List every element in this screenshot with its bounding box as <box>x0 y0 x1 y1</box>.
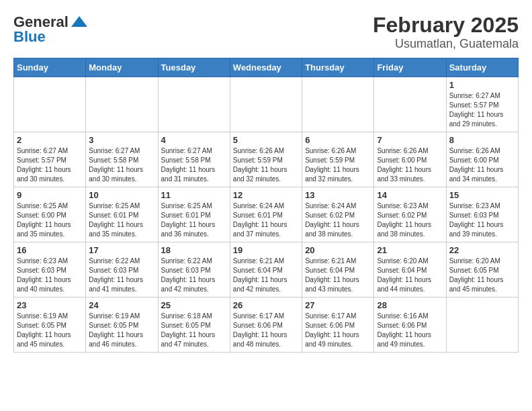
calendar-cell: 13Sunrise: 6:24 AM Sunset: 6:02 PM Dayli… <box>302 187 374 242</box>
day-number: 10 <box>89 190 154 200</box>
calendar-cell <box>446 298 518 353</box>
day-info: Sunrise: 6:21 AM Sunset: 6:04 PM Dayligh… <box>305 257 371 294</box>
calendar-cell: 10Sunrise: 6:25 AM Sunset: 6:01 PM Dayli… <box>86 187 158 242</box>
day-info: Sunrise: 6:23 AM Sunset: 6:03 PM Dayligh… <box>449 201 515 239</box>
day-info: Sunrise: 6:24 AM Sunset: 6:01 PM Dayligh… <box>233 201 299 239</box>
calendar-cell <box>86 77 158 132</box>
day-info: Sunrise: 6:24 AM Sunset: 6:02 PM Dayligh… <box>305 201 371 239</box>
calendar-cell: 27Sunrise: 6:17 AM Sunset: 6:06 PM Dayli… <box>302 298 374 353</box>
page-header: General Blue February 2025 Usumatlan, Gu… <box>13 13 519 51</box>
day-info: Sunrise: 6:18 AM Sunset: 6:05 PM Dayligh… <box>161 312 227 349</box>
day-info: Sunrise: 6:26 AM Sunset: 5:59 PM Dayligh… <box>305 146 371 184</box>
day-info: Sunrise: 6:26 AM Sunset: 6:00 PM Dayligh… <box>377 146 443 184</box>
calendar-cell: 2Sunrise: 6:27 AM Sunset: 5:57 PM Daylig… <box>14 132 86 187</box>
day-number: 1 <box>449 80 515 90</box>
calendar-week-row: 16Sunrise: 6:23 AM Sunset: 6:03 PM Dayli… <box>14 242 519 298</box>
calendar-week-row: 23Sunrise: 6:19 AM Sunset: 6:05 PM Dayli… <box>14 298 519 353</box>
calendar-cell: 22Sunrise: 6:20 AM Sunset: 6:05 PM Dayli… <box>446 242 518 298</box>
calendar-week-row: 2Sunrise: 6:27 AM Sunset: 5:57 PM Daylig… <box>14 132 519 187</box>
day-info: Sunrise: 6:27 AM Sunset: 5:58 PM Dayligh… <box>161 146 227 184</box>
day-info: Sunrise: 6:26 AM Sunset: 6:00 PM Dayligh… <box>449 146 515 184</box>
day-info: Sunrise: 6:27 AM Sunset: 5:57 PM Dayligh… <box>449 91 515 129</box>
calendar-cell: 23Sunrise: 6:19 AM Sunset: 6:05 PM Dayli… <box>14 298 86 353</box>
calendar-cell <box>230 77 302 132</box>
day-info: Sunrise: 6:25 AM Sunset: 6:01 PM Dayligh… <box>89 201 154 239</box>
calendar-cell: 21Sunrise: 6:20 AM Sunset: 6:04 PM Dayli… <box>374 242 446 298</box>
day-number: 27 <box>305 300 371 310</box>
calendar-cell: 7Sunrise: 6:26 AM Sunset: 6:00 PM Daylig… <box>374 132 446 187</box>
day-number: 6 <box>305 135 371 145</box>
weekday-header: Sunday <box>14 58 86 77</box>
calendar-cell <box>158 77 230 132</box>
day-number: 24 <box>89 300 154 310</box>
calendar-cell: 12Sunrise: 6:24 AM Sunset: 6:01 PM Dayli… <box>230 187 302 242</box>
day-info: Sunrise: 6:25 AM Sunset: 6:01 PM Dayligh… <box>161 201 227 239</box>
day-info: Sunrise: 6:27 AM Sunset: 5:58 PM Dayligh… <box>89 146 154 184</box>
calendar-title: February 2025 <box>373 13 519 37</box>
day-info: Sunrise: 6:20 AM Sunset: 6:04 PM Dayligh… <box>377 257 443 294</box>
calendar-cell <box>302 77 374 132</box>
day-number: 4 <box>161 135 227 145</box>
logo: General Blue <box>13 13 89 46</box>
day-info: Sunrise: 6:20 AM Sunset: 6:05 PM Dayligh… <box>449 257 515 294</box>
day-number: 5 <box>233 135 299 145</box>
calendar-cell: 11Sunrise: 6:25 AM Sunset: 6:01 PM Dayli… <box>158 187 230 242</box>
day-number: 2 <box>17 135 83 145</box>
day-number: 9 <box>17 190 83 200</box>
day-number: 18 <box>161 245 227 255</box>
day-info: Sunrise: 6:23 AM Sunset: 6:02 PM Dayligh… <box>377 201 443 239</box>
day-info: Sunrise: 6:16 AM Sunset: 6:06 PM Dayligh… <box>377 312 443 349</box>
day-number: 8 <box>449 135 515 145</box>
calendar-week-row: 9Sunrise: 6:25 AM Sunset: 6:00 PM Daylig… <box>14 187 519 242</box>
day-number: 28 <box>377 300 443 310</box>
day-number: 7 <box>377 135 443 145</box>
calendar-subtitle: Usumatlan, Guatemala <box>373 37 519 51</box>
calendar-cell: 18Sunrise: 6:22 AM Sunset: 6:03 PM Dayli… <box>158 242 230 298</box>
day-number: 26 <box>233 300 299 310</box>
day-info: Sunrise: 6:25 AM Sunset: 6:00 PM Dayligh… <box>17 201 83 239</box>
weekday-header: Tuesday <box>158 58 230 77</box>
day-number: 19 <box>233 245 299 255</box>
logo-icon <box>70 15 89 30</box>
day-number: 11 <box>161 190 227 200</box>
day-number: 14 <box>377 190 443 200</box>
calendar-cell: 3Sunrise: 6:27 AM Sunset: 5:58 PM Daylig… <box>86 132 158 187</box>
calendar-cell: 16Sunrise: 6:23 AM Sunset: 6:03 PM Dayli… <box>14 242 86 298</box>
day-number: 22 <box>449 245 515 255</box>
weekday-header: Thursday <box>302 58 374 77</box>
day-number: 20 <box>305 245 371 255</box>
day-number: 3 <box>89 135 154 145</box>
calendar-table: SundayMondayTuesdayWednesdayThursdayFrid… <box>13 58 519 353</box>
calendar-cell: 4Sunrise: 6:27 AM Sunset: 5:58 PM Daylig… <box>158 132 230 187</box>
day-info: Sunrise: 6:17 AM Sunset: 6:06 PM Dayligh… <box>305 312 371 349</box>
calendar-cell: 14Sunrise: 6:23 AM Sunset: 6:02 PM Dayli… <box>374 187 446 242</box>
weekday-header: Saturday <box>446 58 518 77</box>
calendar-cell: 24Sunrise: 6:19 AM Sunset: 6:05 PM Dayli… <box>86 298 158 353</box>
calendar-cell: 6Sunrise: 6:26 AM Sunset: 5:59 PM Daylig… <box>302 132 374 187</box>
day-number: 13 <box>305 190 371 200</box>
calendar-cell: 17Sunrise: 6:22 AM Sunset: 6:03 PM Dayli… <box>86 242 158 298</box>
calendar-cell: 19Sunrise: 6:21 AM Sunset: 6:04 PM Dayli… <box>230 242 302 298</box>
calendar-cell: 28Sunrise: 6:16 AM Sunset: 6:06 PM Dayli… <box>374 298 446 353</box>
calendar-cell: 1Sunrise: 6:27 AM Sunset: 5:57 PM Daylig… <box>446 77 518 132</box>
logo-blue: Blue <box>13 28 46 46</box>
weekday-header: Wednesday <box>230 58 302 77</box>
weekday-header-row: SundayMondayTuesdayWednesdayThursdayFrid… <box>14 58 519 77</box>
day-number: 12 <box>233 190 299 200</box>
calendar-cell: 5Sunrise: 6:26 AM Sunset: 5:59 PM Daylig… <box>230 132 302 187</box>
day-number: 15 <box>449 190 515 200</box>
title-block: February 2025 Usumatlan, Guatemala <box>373 13 519 51</box>
day-info: Sunrise: 6:17 AM Sunset: 6:06 PM Dayligh… <box>233 312 299 349</box>
calendar-cell: 15Sunrise: 6:23 AM Sunset: 6:03 PM Dayli… <box>446 187 518 242</box>
calendar-cell: 26Sunrise: 6:17 AM Sunset: 6:06 PM Dayli… <box>230 298 302 353</box>
day-info: Sunrise: 6:19 AM Sunset: 6:05 PM Dayligh… <box>89 312 154 349</box>
calendar-cell: 25Sunrise: 6:18 AM Sunset: 6:05 PM Dayli… <box>158 298 230 353</box>
day-info: Sunrise: 6:26 AM Sunset: 5:59 PM Dayligh… <box>233 146 299 184</box>
calendar-cell: 20Sunrise: 6:21 AM Sunset: 6:04 PM Dayli… <box>302 242 374 298</box>
day-number: 17 <box>89 245 154 255</box>
calendar-cell: 9Sunrise: 6:25 AM Sunset: 6:00 PM Daylig… <box>14 187 86 242</box>
calendar-cell <box>374 77 446 132</box>
day-info: Sunrise: 6:22 AM Sunset: 6:03 PM Dayligh… <box>89 257 154 294</box>
day-info: Sunrise: 6:19 AM Sunset: 6:05 PM Dayligh… <box>17 312 83 349</box>
calendar-cell <box>14 77 86 132</box>
